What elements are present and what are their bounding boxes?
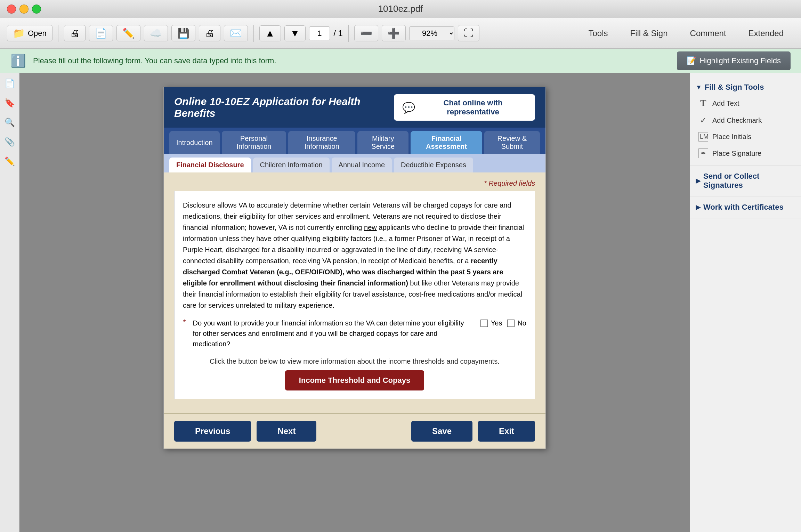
- comment-tab[interactable]: Comment: [680, 25, 737, 42]
- left-icon-bar: 📄 🔖 🔍 📎 ✏️: [0, 73, 19, 532]
- chat-icon: 💬: [402, 102, 415, 114]
- sub-tab-children[interactable]: Children Information: [253, 158, 330, 172]
- tab-introduction[interactable]: Introduction: [169, 131, 220, 154]
- yes-checkbox[interactable]: [480, 320, 488, 327]
- tab-insurance[interactable]: Insurance Information: [288, 131, 355, 154]
- maximize-button[interactable]: [32, 5, 41, 14]
- exit-button[interactable]: Exit: [478, 421, 535, 442]
- form-title: Online 10-10EZ Application for Health Be…: [174, 96, 394, 119]
- bold-combat-veteran: recently discharged Combat Veteran (e.g.…: [183, 257, 503, 287]
- send-collect-section: ▶ Send or Collect Signatures: [690, 166, 801, 196]
- left-icon-5[interactable]: ✏️: [3, 154, 17, 168]
- left-icon-4[interactable]: 📎: [3, 135, 17, 149]
- yes-option[interactable]: Yes: [480, 319, 502, 327]
- no-checkbox[interactable]: [507, 320, 515, 327]
- zoom-in-button[interactable]: ➕: [382, 25, 406, 41]
- minimize-button[interactable]: [19, 5, 29, 14]
- fill-sign-tab[interactable]: Fill & Sign: [620, 25, 678, 42]
- highlight-existing-fields-button[interactable]: 📝 Highlight Existing Fields: [677, 51, 791, 70]
- work-certificates-section: ▶ Work with Certificates: [690, 196, 801, 218]
- disclosure-paragraph-1: Disclosure allows VA to accurately deter…: [183, 200, 526, 311]
- send-collect-label: Send or Collect Signatures: [703, 172, 795, 190]
- add-checkmark-label: Add Checkmark: [712, 116, 762, 124]
- print-button[interactable]: 📄: [89, 25, 113, 41]
- place-signature-item[interactable]: ✒ Place Signature: [690, 145, 801, 162]
- work-certificates-header[interactable]: ▶ Work with Certificates: [690, 200, 801, 215]
- close-button[interactable]: [7, 5, 16, 14]
- add-checkmark-item[interactable]: ✓ Add Checkmark: [690, 112, 801, 129]
- chevron-down-icon: ▼: [696, 84, 702, 91]
- add-text-item[interactable]: T Add Text: [690, 95, 801, 112]
- chevron-right-icon-2: ▶: [696, 203, 701, 211]
- add-text-icon: T: [698, 98, 708, 108]
- add-text-label: Add Text: [712, 99, 739, 107]
- place-signature-label: Place Signature: [712, 150, 761, 158]
- window-controls: [7, 5, 41, 14]
- toolbar-separator-1: [58, 25, 58, 42]
- open-button[interactable]: 📁 Open: [7, 25, 52, 41]
- toolbar-separator-3: [348, 25, 349, 42]
- zoom-out-button[interactable]: ➖: [354, 25, 378, 41]
- place-initials-icon: LM: [698, 132, 708, 142]
- prev-page-button[interactable]: ▲: [259, 25, 281, 41]
- upload-button[interactable]: ☁️: [144, 25, 168, 41]
- save-icon: 💾: [177, 27, 189, 39]
- next-page-button[interactable]: ▼: [284, 25, 306, 41]
- add-checkmark-icon: ✓: [698, 115, 708, 125]
- left-icon-2[interactable]: 🔖: [3, 96, 17, 110]
- sub-tab-deductible[interactable]: Deductible Expenses: [394, 158, 473, 172]
- main-layout: 📄 🔖 🔍 📎 ✏️ Online 10-10EZ Application fo…: [0, 73, 801, 532]
- tools-tab[interactable]: Tools: [578, 25, 618, 42]
- highlight-label: Highlight Existing Fields: [699, 56, 781, 65]
- place-signature-icon: ✒: [698, 148, 708, 158]
- previous-button[interactable]: Previous: [174, 421, 251, 442]
- folder-icon: 📁: [13, 27, 25, 39]
- right-panel: ▼ Fill & Sign Tools T Add Text ✓ Add Che…: [690, 73, 801, 532]
- save-button[interactable]: 💾: [171, 25, 195, 41]
- printer-icon: 🖨: [205, 27, 215, 39]
- chat-button[interactable]: 💬 Chat online with representative: [394, 94, 535, 121]
- toolbar: 📁 Open 🖨 📄 ✏️ ☁️ 💾 🖨 ✉️ ▲ ▼ / 1 ➖ ➕ 92% …: [0, 18, 801, 49]
- save-form-button[interactable]: Save: [411, 421, 472, 442]
- window-title: 1010ez.pdf: [378, 3, 423, 14]
- income-threshold-button[interactable]: Income Threshold and Copays: [285, 370, 424, 390]
- no-option[interactable]: No: [507, 319, 526, 327]
- send-collect-header[interactable]: ▶ Send or Collect Signatures: [690, 169, 801, 193]
- page-number-input[interactable]: [309, 26, 330, 40]
- zoom-select[interactable]: 92% 75% 100% 125% 150%: [409, 26, 454, 40]
- question-text: Do you want to provide your financial in…: [193, 318, 474, 349]
- sub-tab-annual[interactable]: Annual Income: [332, 158, 392, 172]
- fit-page-button[interactable]: ⛶: [458, 25, 479, 41]
- left-icon-1[interactable]: 📄: [3, 76, 17, 90]
- content-area: Online 10-10EZ Application for Health Be…: [19, 73, 690, 532]
- info-bar: ℹ️ Please fill out the following form. Y…: [0, 49, 801, 73]
- tab-review[interactable]: Review & Submit: [484, 131, 540, 154]
- toolbar-separator-2: [253, 25, 254, 42]
- email-button[interactable]: ✉️: [224, 25, 248, 41]
- required-star: *: [183, 318, 186, 327]
- nav-buttons-right: Save Exit: [411, 421, 535, 442]
- tab-personal[interactable]: Personal Information: [222, 131, 286, 154]
- sub-tab-financial-disclosure[interactable]: Financial Disclosure: [169, 158, 251, 172]
- sub-nav-tabs: Financial Disclosure Children Informatio…: [164, 154, 545, 172]
- place-initials-item[interactable]: LM Place Initials: [690, 129, 801, 145]
- chat-label: Chat online with representative: [419, 98, 527, 116]
- fill-sign-section: ▼ Fill & Sign Tools T Add Text ✓ Add Che…: [690, 76, 801, 166]
- next-button[interactable]: Next: [257, 421, 316, 442]
- disclosure-box: Disclosure allows VA to accurately deter…: [174, 191, 535, 399]
- zoom-out-icon: ➖: [360, 27, 372, 39]
- tab-financial[interactable]: Financial Assessment: [411, 131, 482, 154]
- income-info-text: Click the button below to view more info…: [183, 357, 526, 365]
- page-separator: / 1: [333, 29, 343, 38]
- tab-military[interactable]: Military Service: [357, 131, 408, 154]
- open-label: Open: [28, 29, 47, 38]
- print-preview-button[interactable]: 🖨: [64, 25, 86, 41]
- next-page-icon: ▼: [290, 28, 300, 39]
- form-navigation: Previous Next Save Exit: [164, 413, 545, 449]
- left-icon-3[interactable]: 🔍: [3, 115, 17, 129]
- edit-button[interactable]: ✏️: [116, 25, 140, 41]
- fill-sign-header[interactable]: ▼ Fill & Sign Tools: [690, 80, 801, 95]
- edit-icon: ✏️: [122, 27, 135, 39]
- extended-tab[interactable]: Extended: [738, 25, 794, 42]
- printer-button[interactable]: 🖨: [199, 25, 220, 41]
